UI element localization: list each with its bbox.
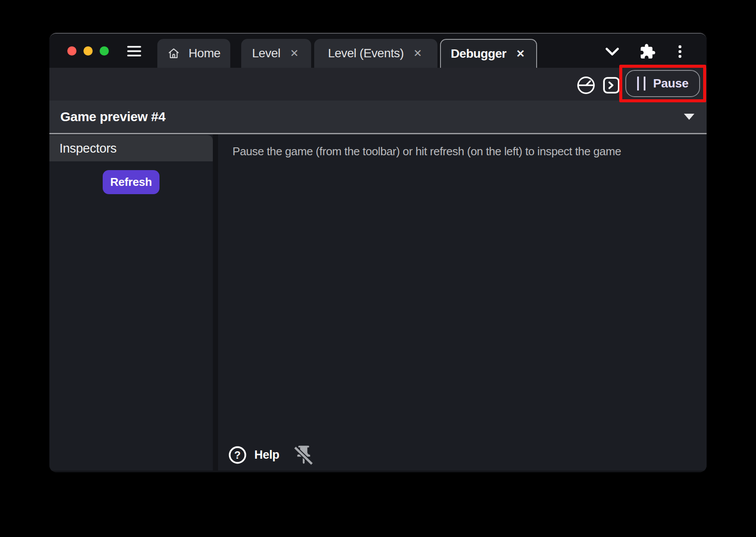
inspector-main-panel: Pause the game (from the toolbar) or hit… [218,134,707,471]
console-icon[interactable] [601,75,621,95]
tab-strip: Home Level ✕ Level (Events) ✕ Debugger ✕ [157,39,537,68]
pin-off-icon[interactable] [293,443,315,467]
tab-home[interactable]: Home [157,39,230,68]
bottom-help-row: ? Help [228,443,315,467]
tab-label: Level [252,46,281,60]
help-question-icon: ? [228,446,247,464]
sidebar-divider [213,134,218,471]
close-tab-icon[interactable]: ✕ [288,47,301,59]
help-label: Help [254,448,279,462]
game-preview-selector[interactable]: Game preview #4 [49,101,707,134]
pause-button-label: Pause [653,77,689,91]
highlight-rectangle: Pause [619,65,706,102]
debugger-content: Inspectors Refresh Pause the game (from … [49,134,707,471]
close-window-button[interactable] [67,46,76,56]
home-icon [167,47,180,60]
pause-button[interactable]: Pause [625,70,700,97]
maximize-window-button[interactable] [100,46,109,56]
game-preview-title: Game preview #4 [60,109,166,124]
tab-label: Debugger [451,47,506,61]
svg-text:?: ? [234,449,241,460]
app-window: Home Level ✕ Level (Events) ✕ Debugger ✕ [49,33,707,472]
pause-icon [637,77,645,91]
window-controls [67,46,109,56]
kebab-menu-icon[interactable] [672,43,688,60]
inspectors-header: Inspectors [49,135,213,161]
refresh-button[interactable]: Refresh [103,170,160,194]
debugger-toolbar: Pause [49,68,707,101]
chevron-down-icon[interactable] [604,45,621,58]
tab-label: Home [188,46,220,60]
tab-level[interactable]: Level ✕ [241,39,311,68]
tab-label: Level (Events) [328,46,403,60]
menu-hamburger-icon[interactable] [127,46,141,56]
extensions-puzzle-icon[interactable] [639,43,656,60]
tab-bar: Home Level ✕ Level (Events) ✕ Debugger ✕ [49,34,707,68]
tab-level-events[interactable]: Level (Events) ✕ [314,39,437,68]
close-tab-icon[interactable]: ✕ [412,47,424,59]
minimize-window-button[interactable] [83,46,93,56]
caret-down-icon [684,114,694,120]
profiler-gauge-icon[interactable] [576,75,596,95]
close-tab-icon[interactable]: ✕ [514,48,527,60]
pause-hint-text: Pause the game (from the toolbar) or hit… [232,145,621,158]
inspectors-sidebar: Inspectors Refresh [49,134,213,471]
help-link[interactable]: ? Help [228,446,279,464]
tab-debugger[interactable]: Debugger ✕ [440,39,537,68]
